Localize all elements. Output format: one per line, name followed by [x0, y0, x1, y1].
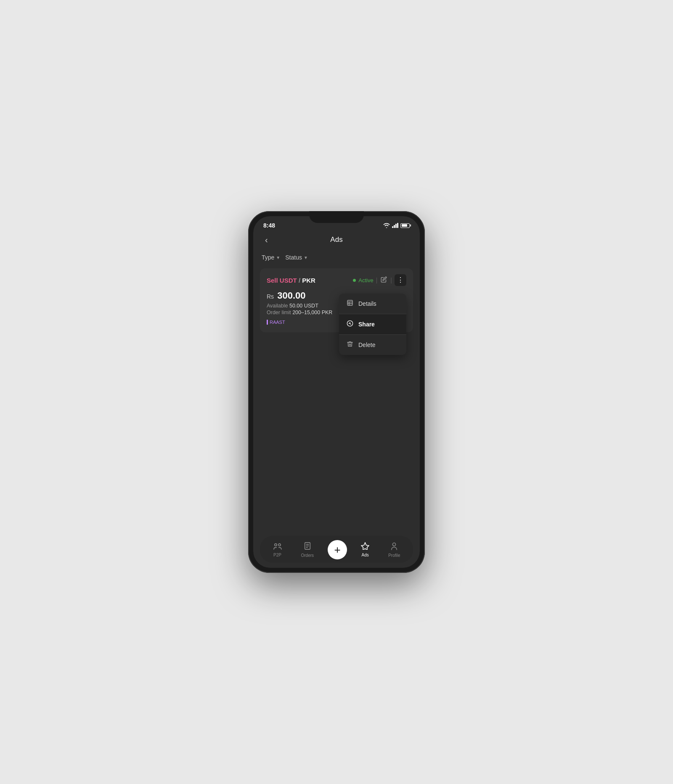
phone-screen: 8:48	[253, 216, 420, 568]
add-icon: +	[334, 544, 341, 555]
context-menu-details[interactable]: Details	[339, 294, 406, 314]
edit-icon[interactable]	[380, 275, 388, 285]
details-icon	[347, 299, 353, 308]
more-options-button[interactable]: ⋮	[395, 274, 406, 286]
payment-method: RAAST	[270, 320, 285, 325]
phone-frame: 8:48	[248, 211, 425, 573]
svg-point-12	[393, 543, 396, 546]
ad-payment-tag: RAAST	[267, 320, 285, 325]
orders-label: Orders	[301, 553, 314, 558]
price-value: 300.00	[277, 290, 305, 301]
context-menu-share[interactable]: Share	[339, 314, 406, 334]
type-filter[interactable]: Type ▼	[262, 252, 280, 262]
ad-status-row: Active | | ⋮	[353, 274, 406, 286]
status-divider-1: |	[376, 277, 378, 283]
share-icon	[347, 320, 353, 328]
ad-base-currency-text: USDT	[280, 277, 297, 284]
wifi-icon	[383, 223, 390, 228]
status-icons	[383, 223, 410, 228]
filter-row: Type ▼ Status ▼	[253, 249, 420, 268]
battery-icon	[400, 223, 410, 228]
type-filter-label: Type	[262, 254, 274, 261]
ad-title: Sell USDT / PKR	[267, 277, 315, 284]
context-menu-delete[interactable]: Delete	[339, 335, 406, 355]
delete-label: Delete	[358, 342, 375, 348]
svg-marker-11	[361, 543, 369, 550]
nav-add-button[interactable]: +	[328, 540, 347, 559]
delete-icon	[347, 341, 353, 349]
ad-status-label: Active	[358, 277, 373, 283]
status-time: 8:48	[263, 222, 275, 229]
ad-card: Sell USDT / PKR Active |	[260, 268, 413, 332]
status-divider-2: |	[390, 277, 392, 283]
share-label: Share	[358, 321, 375, 328]
page-title: Ads	[330, 236, 342, 244]
profile-icon	[390, 542, 398, 551]
ad-card-header: Sell USDT / PKR Active |	[267, 274, 406, 286]
order-limit-value: 200–15,000 PKR	[292, 310, 332, 315]
profile-label: Profile	[388, 553, 400, 558]
svg-rect-0	[347, 300, 352, 305]
top-nav: ‹ Ads	[253, 231, 420, 249]
orders-icon	[304, 542, 311, 551]
ads-icon	[361, 542, 369, 551]
svg-point-5	[274, 544, 276, 546]
status-dot	[353, 279, 356, 282]
tag-bar	[267, 320, 268, 325]
nav-orders[interactable]: Orders	[296, 540, 319, 559]
p2p-label: P2P	[273, 553, 281, 557]
nav-profile[interactable]: Profile	[383, 540, 405, 559]
ad-separator: /	[299, 277, 300, 284]
status-filter-chevron: ▼	[304, 255, 308, 260]
available-value: 50.00 USDT	[289, 303, 318, 309]
notch	[309, 211, 364, 223]
ads-label: Ads	[361, 553, 368, 557]
type-filter-chevron: ▼	[276, 255, 280, 260]
price-symbol: Rs	[267, 293, 274, 300]
ad-quote-currency: PKR	[302, 277, 315, 284]
status-filter[interactable]: Status ▼	[285, 252, 308, 262]
signal-icon	[392, 223, 398, 228]
back-button[interactable]: ‹	[262, 233, 271, 246]
content-area	[253, 332, 420, 532]
svg-point-6	[278, 544, 280, 546]
ad-action: Sell	[267, 277, 278, 284]
p2p-icon	[273, 542, 282, 551]
nav-p2p[interactable]: P2P	[268, 540, 287, 559]
nav-ads[interactable]: Ads	[356, 540, 374, 559]
context-menu: Details Share	[339, 294, 406, 355]
more-dots-icon: ⋮	[397, 277, 404, 283]
details-label: Details	[358, 300, 376, 307]
bottom-nav: P2P Orders +	[260, 536, 413, 563]
status-filter-label: Status	[285, 254, 302, 261]
